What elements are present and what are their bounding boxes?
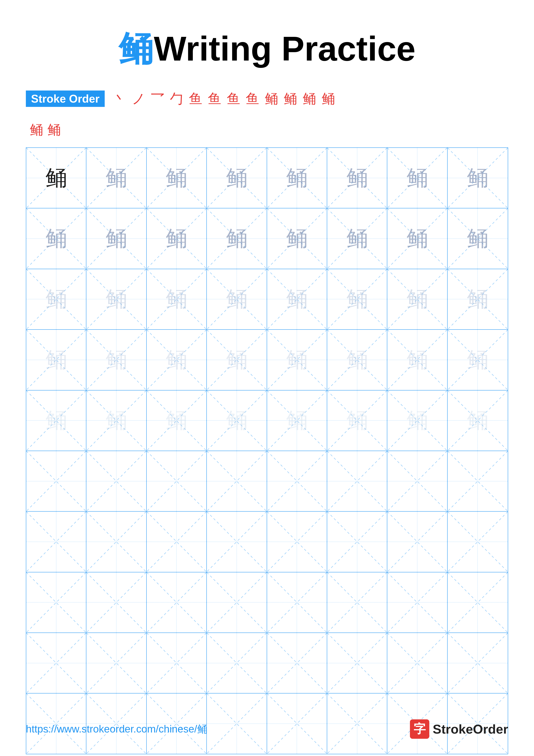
svg-line-112 <box>26 572 86 633</box>
practice-char-lighter: 鲬 <box>346 349 368 371</box>
grid-cell-4-7: 鲬 <box>387 330 447 390</box>
cell-diagonal-7-1 <box>26 512 86 572</box>
practice-char-faint: 鲬 <box>346 410 368 431</box>
cell-diagonal-9-8 <box>447 633 508 693</box>
practice-char-lighter: 鲬 <box>45 349 67 371</box>
grid-cell-2-1: 鲬 <box>26 208 87 269</box>
practice-char-medium: 鲬 <box>346 228 368 249</box>
practice-char-light: 鲬 <box>45 288 67 310</box>
svg-line-115 <box>87 572 146 633</box>
grid-cell-6-7 <box>387 451 447 511</box>
grid-cell-2-2: 鲬 <box>87 208 146 269</box>
svg-line-124 <box>387 572 447 633</box>
stroke-char-13: 鲬 <box>30 122 43 137</box>
svg-line-101 <box>147 512 206 572</box>
title-section: 鲬 Writing Practice <box>26 26 508 72</box>
svg-line-91 <box>327 451 387 511</box>
grid-cell-4-2: 鲬 <box>87 330 146 390</box>
cell-diagonal-7-5 <box>267 512 327 572</box>
cell-diagonal-6-4 <box>207 451 267 511</box>
practice-char-light: 鲬 <box>406 288 428 310</box>
svg-line-114 <box>87 572 146 633</box>
svg-line-111 <box>447 512 508 572</box>
cell-diagonal-6-3 <box>147 451 206 511</box>
svg-line-90 <box>327 451 387 511</box>
grid-cell-4-1: 鲬 <box>26 330 87 390</box>
practice-char-lighter: 鲬 <box>226 349 247 371</box>
footer-url: https://www.strokeorder.com/chinese/鲬 <box>26 722 207 736</box>
grid-cell-8-1 <box>26 572 87 633</box>
stroke-char-2: ノ <box>132 90 145 108</box>
practice-char-medium: 鲬 <box>467 228 488 249</box>
grid-cell-8-7 <box>387 572 447 633</box>
cell-diagonal-6-2 <box>87 451 146 511</box>
cell-diagonal-9-5 <box>267 633 327 693</box>
grid-cell-5-4: 鲬 <box>207 391 267 451</box>
svg-line-83 <box>87 451 146 511</box>
grid-cell-7-8 <box>447 512 508 572</box>
cell-diagonal-9-2 <box>87 633 146 693</box>
grid-cell-6-8 <box>447 451 508 511</box>
svg-line-86 <box>207 451 267 511</box>
svg-line-141 <box>387 633 447 693</box>
svg-line-121 <box>267 572 327 633</box>
grid-cell-5-3: 鲬 <box>147 391 207 451</box>
svg-line-131 <box>87 633 146 693</box>
svg-line-99 <box>87 512 146 572</box>
grid-cell-7-4 <box>207 512 267 572</box>
practice-char-light: 鲬 <box>106 288 127 310</box>
cell-diagonal-6-7 <box>387 451 447 511</box>
practice-char-medium: 鲬 <box>226 167 247 189</box>
svg-line-123 <box>327 572 387 633</box>
practice-char-light: 鲬 <box>165 288 187 310</box>
grid-cell-1-5: 鲬 <box>267 148 327 208</box>
svg-line-126 <box>447 572 508 633</box>
practice-char-lighter: 鲬 <box>286 349 308 371</box>
grid-cell-3-3: 鲬 <box>147 269 207 329</box>
svg-line-95 <box>447 451 508 511</box>
grid-cell-6-5 <box>267 451 327 511</box>
svg-line-109 <box>387 512 447 572</box>
grid-cell-1-7: 鲬 <box>387 148 447 208</box>
svg-line-135 <box>207 633 267 693</box>
grid-row-3: 鲬 鲬 鲬 <box>26 269 508 330</box>
cell-diagonal-9-4 <box>207 633 267 693</box>
grid-cell-8-3 <box>147 572 207 633</box>
stroke-char-9: 鲬 <box>265 90 278 108</box>
title-chinese-char: 鲬 <box>118 30 153 68</box>
grid-row-6 <box>26 451 508 512</box>
svg-line-140 <box>387 633 447 693</box>
practice-char-medium: 鲬 <box>286 228 308 249</box>
stroke-char-10: 鲬 <box>284 90 297 108</box>
svg-line-134 <box>207 633 267 693</box>
svg-line-116 <box>147 572 206 633</box>
grid-cell-8-2 <box>87 572 146 633</box>
svg-line-143 <box>447 633 508 693</box>
practice-char-faint: 鲬 <box>165 410 187 431</box>
grid-cell-9-4 <box>207 633 267 693</box>
svg-line-98 <box>87 512 146 572</box>
grid-cell-2-8: 鲬 <box>447 208 508 269</box>
grid-cell-7-5 <box>267 512 327 572</box>
grid-cell-2-5: 鲬 <box>267 208 327 269</box>
stroke-char-3: 乛 <box>151 90 165 108</box>
practice-char-medium: 鲬 <box>106 167 127 189</box>
grid-cell-3-6: 鲬 <box>327 269 387 329</box>
cell-diagonal-8-8 <box>447 572 508 633</box>
grid-cell-3-2: 鲬 <box>87 269 146 329</box>
footer: https://www.strokeorder.com/chinese/鲬 字 … <box>26 719 508 739</box>
practice-char-faint: 鲬 <box>106 410 127 431</box>
grid-cell-9-3 <box>147 633 207 693</box>
practice-char-medium: 鲬 <box>346 167 368 189</box>
cell-diagonal-9-6 <box>327 633 387 693</box>
grid-cell-1-2: 鲬 <box>87 148 146 208</box>
practice-char-faint: 鲬 <box>467 410 488 431</box>
svg-line-106 <box>327 512 387 572</box>
grid-cell-3-5: 鲬 <box>267 269 327 329</box>
svg-line-138 <box>327 633 387 693</box>
svg-line-120 <box>267 572 327 633</box>
cell-diagonal-8-6 <box>327 572 387 633</box>
cell-diagonal-9-3 <box>147 633 206 693</box>
cell-diagonal-6-1 <box>26 451 86 511</box>
cell-diagonal-8-2 <box>87 572 146 633</box>
